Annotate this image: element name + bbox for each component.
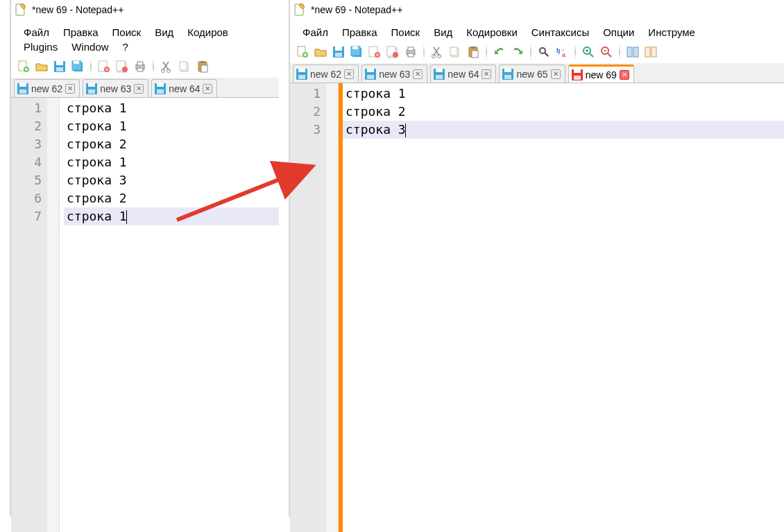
- line-number: 5: [11, 171, 42, 189]
- replace-button[interactable]: ba: [554, 44, 570, 60]
- menu-edit[interactable]: Правка: [56, 25, 105, 40]
- text-line[interactable]: строка 2: [64, 135, 279, 153]
- new-file-button[interactable]: [294, 44, 311, 60]
- text-area[interactable]: строка 1 строка 1 строка 2 строка 1 стро…: [64, 98, 279, 532]
- right-window: *new 69 - Notepad++ Файл Правка Поиск Ви…: [289, 21, 784, 517]
- svg-rect-16: [137, 62, 143, 65]
- text-line[interactable]: строка 1: [64, 117, 279, 135]
- editor: 1 2 3 строка 1 строка 2 строка 3: [290, 83, 784, 532]
- toolbar-separator: [574, 44, 576, 60]
- tab-new62[interactable]: new 62 ✕: [293, 65, 359, 83]
- cut-button[interactable]: [429, 44, 445, 60]
- tab-bar: new 62 ✕ new 63 ✕ new 64 ✕: [11, 78, 279, 97]
- svg-rect-50: [408, 47, 414, 51]
- menu-help[interactable]: ?: [116, 40, 135, 54]
- svg-rect-23: [201, 61, 205, 63]
- svg-rect-43: [352, 46, 358, 49]
- text-line[interactable]: строка 2: [64, 189, 279, 207]
- toolbar-separator: [486, 44, 487, 60]
- tab-bar: new 62 ✕ new 63 ✕ new 64 ✕ new 65 ✕ new …: [290, 63, 784, 83]
- menu-search[interactable]: Поиск: [105, 25, 148, 40]
- tab-new64[interactable]: new 64 ✕: [430, 65, 496, 83]
- copy-button[interactable]: [447, 44, 463, 60]
- zoom-out-button[interactable]: [598, 44, 615, 60]
- save-all-button[interactable]: [69, 58, 86, 75]
- tab-close-button[interactable]: ✕: [551, 69, 561, 79]
- svg-rect-72: [367, 69, 374, 72]
- tab-close-button[interactable]: ✕: [413, 69, 423, 79]
- text-line[interactable]: строка 2: [343, 103, 784, 121]
- disk-icon: [17, 83, 28, 94]
- print-button[interactable]: [402, 44, 419, 60]
- text-line[interactable]: строка 1: [64, 153, 279, 171]
- menu-view[interactable]: Вид: [148, 25, 180, 40]
- disk-icon: [365, 69, 376, 80]
- copy-button[interactable]: [176, 58, 193, 75]
- find-button[interactable]: [536, 44, 552, 60]
- tab-new69[interactable]: new 69 ✕: [568, 65, 634, 83]
- save-button[interactable]: [51, 58, 68, 75]
- svg-rect-57: [471, 46, 475, 49]
- tab-close-button[interactable]: ✕: [482, 69, 491, 79]
- svg-point-1: [24, 5, 25, 6]
- line-number: 7: [11, 207, 42, 225]
- text-line[interactable]: строка 1: [64, 207, 279, 225]
- tab-new64[interactable]: new 64 ✕: [151, 79, 217, 97]
- tab-close-button[interactable]: ✕: [620, 70, 629, 80]
- menu-window[interactable]: Window: [65, 40, 115, 54]
- line-number: 1: [290, 85, 321, 103]
- window-title: *new 69 - Notepad++: [32, 4, 123, 15]
- save-button[interactable]: [330, 44, 347, 60]
- open-file-button[interactable]: [312, 44, 329, 60]
- tab-new63[interactable]: new 63 ✕: [361, 65, 427, 83]
- text-line[interactable]: строка 3: [64, 171, 279, 189]
- tab-close-button[interactable]: ✕: [203, 84, 212, 94]
- menu-search[interactable]: Поиск: [384, 25, 427, 40]
- redo-button[interactable]: [509, 44, 526, 60]
- close-button[interactable]: [366, 44, 383, 60]
- menu-plugins[interactable]: Plugins: [17, 40, 65, 54]
- tab-label: new 63: [100, 83, 131, 94]
- tab-close-button[interactable]: ✕: [134, 84, 144, 94]
- menu-syntax[interactable]: Синтаксисы: [525, 25, 596, 40]
- title-bar: *new 69 - Notepad++: [11, 0, 279, 21]
- menu-file[interactable]: Файл: [296, 25, 335, 40]
- menu-tools[interactable]: Инструме: [641, 25, 702, 40]
- sync-vert-button[interactable]: [624, 44, 641, 60]
- tab-new65[interactable]: new 65 ✕: [499, 65, 565, 83]
- paste-button[interactable]: [194, 58, 211, 75]
- close-button[interactable]: [96, 58, 112, 75]
- svg-rect-51: [408, 53, 414, 57]
- save-all-button[interactable]: [348, 44, 365, 60]
- menu-edit[interactable]: Правка: [335, 25, 384, 40]
- menu-options[interactable]: Опции: [596, 25, 641, 40]
- tab-label: new 62: [31, 83, 62, 94]
- zoom-in-button[interactable]: [580, 44, 597, 60]
- text-line[interactable]: строка 1: [343, 85, 784, 103]
- menu-encoding[interactable]: Кодиров: [180, 25, 235, 40]
- close-all-button[interactable]: [114, 58, 130, 75]
- svg-rect-81: [574, 69, 581, 73]
- tab-close-button[interactable]: ✕: [344, 69, 354, 79]
- tab-new62[interactable]: new 62 ✕: [14, 79, 80, 97]
- menu-file[interactable]: Файл: [17, 25, 56, 40]
- svg-point-48: [393, 52, 398, 58]
- toolbar: ba: [290, 41, 784, 63]
- tab-new63[interactable]: new 63 ✕: [83, 79, 148, 97]
- paste-button[interactable]: [465, 44, 482, 60]
- new-file-button[interactable]: [15, 58, 32, 75]
- menu-view[interactable]: Вид: [427, 25, 459, 40]
- undo-button[interactable]: [491, 44, 508, 60]
- text-area[interactable]: строка 1 строка 2 строка 3: [343, 83, 784, 532]
- open-file-button[interactable]: [33, 58, 50, 75]
- cut-button[interactable]: [158, 58, 175, 75]
- sync-horiz-button[interactable]: [642, 44, 659, 60]
- print-button[interactable]: [132, 58, 148, 75]
- text-line[interactable]: строка 3: [343, 121, 784, 139]
- menu-encoding[interactable]: Кодировки: [459, 25, 524, 40]
- toolbar-separator: [90, 59, 92, 74]
- text-line[interactable]: строка 1: [64, 99, 279, 117]
- tab-close-button[interactable]: ✕: [65, 84, 75, 94]
- close-all-button[interactable]: [384, 44, 401, 60]
- svg-rect-82: [574, 76, 581, 80]
